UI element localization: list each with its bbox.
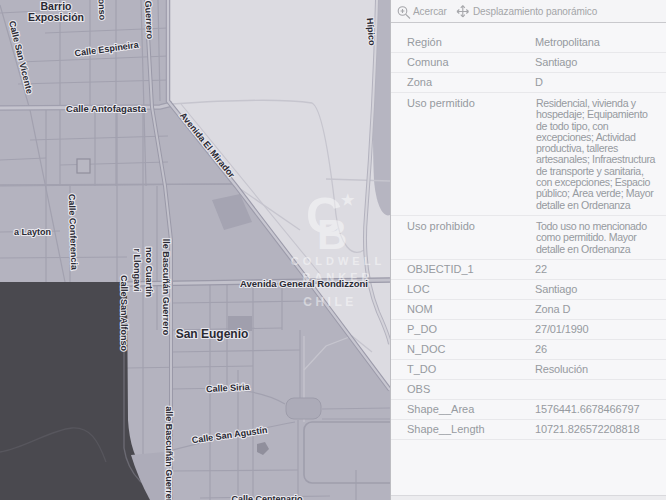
- svg-text:COLDWELL: COLDWELL: [291, 255, 385, 267]
- svg-text:CHILE: CHILE: [303, 295, 357, 309]
- svg-text:Calle San Alfonso: Calle San Alfonso: [119, 275, 129, 352]
- svg-text:r Llongavi: r Llongavi: [132, 248, 142, 291]
- svg-text:Calle Centenario: Calle Centenario: [231, 494, 303, 500]
- svg-text:★: ★: [341, 191, 355, 208]
- svg-text:Avenida General Rondizzoni: Avenida General Rondizzoni: [240, 278, 368, 289]
- svg-text:B: B: [317, 211, 347, 258]
- svg-text:alle Bascuñán Guerrero: alle Bascuñán Guerrero: [164, 406, 174, 500]
- svg-text:Calle Antofagasta: Calle Antofagasta: [66, 103, 147, 114]
- svg-text:Guerrero: Guerrero: [143, 0, 155, 39]
- svg-text:Exposición: Exposición: [28, 11, 84, 23]
- svg-text:nco Cuartín: nco Cuartín: [144, 247, 154, 297]
- svg-text:a Layton: a Layton: [14, 227, 51, 237]
- svg-text:lle Bascuñán Guerrero: lle Bascuñán Guerrero: [161, 239, 171, 336]
- svg-text:San Eugenio: San Eugenio: [176, 327, 249, 341]
- svg-text:fonso: fonso: [96, 0, 107, 21]
